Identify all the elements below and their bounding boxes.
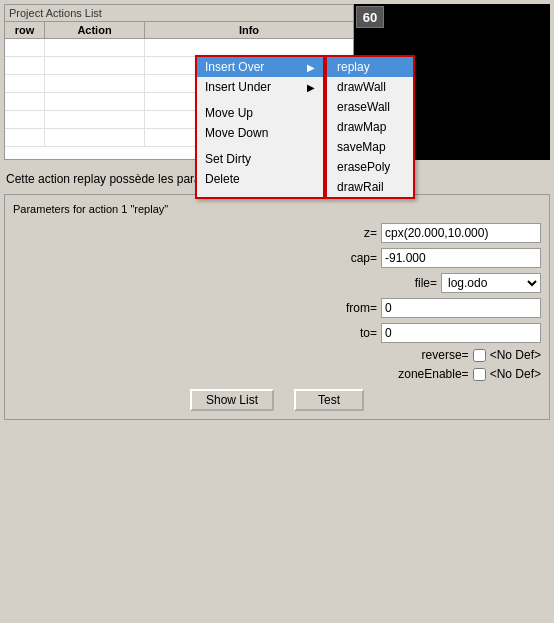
param-row-reverse: reverse= <No Def> bbox=[13, 348, 541, 362]
menu-item-delete[interactable]: Delete bbox=[197, 169, 323, 189]
param-label-cap: cap= bbox=[287, 251, 377, 265]
col-header-row: row bbox=[5, 22, 45, 38]
menu-item-move-down[interactable]: Move Down bbox=[197, 123, 323, 143]
param-row-from: from= bbox=[13, 298, 541, 318]
submenu-item-drawmap[interactable]: drawMap bbox=[327, 117, 413, 137]
param-row-file: file= log.odo bbox=[13, 273, 541, 293]
param-checkbox-reverse[interactable] bbox=[473, 349, 486, 362]
param-label-to: to= bbox=[287, 326, 377, 340]
param-row-to: to= bbox=[13, 323, 541, 343]
context-menu-wrapper: Insert Over ▶ Insert Under ▶ Move Up Mov… bbox=[195, 55, 415, 199]
param-label-file: file= bbox=[347, 276, 437, 290]
submenu-item-replay[interactable]: replay bbox=[327, 57, 413, 77]
badge-60: 60 bbox=[356, 6, 384, 28]
param-select-file[interactable]: log.odo bbox=[441, 273, 541, 293]
param-checkbox-zoneenable[interactable] bbox=[473, 368, 486, 381]
table-header: row Action Info bbox=[5, 22, 353, 39]
col-header-info: Info bbox=[145, 22, 353, 38]
menu-item-insert-over[interactable]: Insert Over ▶ bbox=[197, 57, 323, 77]
param-input-cap[interactable] bbox=[381, 248, 541, 268]
param-row-zoneenable: zoneEnable= <No Def> bbox=[13, 367, 541, 381]
buttons-row: Show List Test bbox=[13, 389, 541, 411]
menu-item-insert-under[interactable]: Insert Under ▶ bbox=[197, 77, 323, 97]
submenu-item-erasepoly[interactable]: erasePoly bbox=[327, 157, 413, 177]
param-nodef-zoneenable: <No Def> bbox=[490, 367, 541, 381]
menu-item-set-dirty[interactable]: Set Dirty bbox=[197, 149, 323, 169]
test-button[interactable]: Test bbox=[294, 389, 364, 411]
submenu-item-savemap[interactable]: saveMap bbox=[327, 137, 413, 157]
submenu-arrow-icon: ▶ bbox=[307, 82, 315, 93]
param-label-reverse: reverse= bbox=[379, 348, 469, 362]
param-nodef-reverse: <No Def> bbox=[490, 348, 541, 362]
submenu-item-drawrail[interactable]: drawRail bbox=[327, 177, 413, 197]
menu-item-move-up[interactable]: Move Up bbox=[197, 103, 323, 123]
param-label-zoneenable: zoneEnable= bbox=[379, 367, 469, 381]
param-row-z: z= bbox=[13, 223, 541, 243]
submenu-arrow-icon: ▶ bbox=[307, 62, 315, 73]
panel-title: Project Actions List bbox=[5, 5, 353, 22]
param-row-cap: cap= bbox=[13, 248, 541, 268]
param-select-wrapper: log.odo bbox=[441, 273, 541, 293]
param-input-to[interactable] bbox=[381, 323, 541, 343]
param-input-from[interactable] bbox=[381, 298, 541, 318]
col-header-action: Action bbox=[45, 22, 145, 38]
submenu: replay drawWall eraseWall drawMap saveMa… bbox=[325, 55, 415, 199]
param-label-z: z= bbox=[287, 226, 377, 240]
params-title: Parameters for action 1 "replay" bbox=[13, 203, 541, 215]
context-menu: Insert Over ▶ Insert Under ▶ Move Up Mov… bbox=[195, 55, 325, 199]
submenu-item-erasewall[interactable]: eraseWall bbox=[327, 97, 413, 117]
param-input-z[interactable] bbox=[381, 223, 541, 243]
show-list-button[interactable]: Show List bbox=[190, 389, 274, 411]
submenu-item-drawwall[interactable]: drawWall bbox=[327, 77, 413, 97]
params-panel: Parameters for action 1 "replay" z= cap=… bbox=[4, 194, 550, 420]
param-label-from: from= bbox=[287, 301, 377, 315]
